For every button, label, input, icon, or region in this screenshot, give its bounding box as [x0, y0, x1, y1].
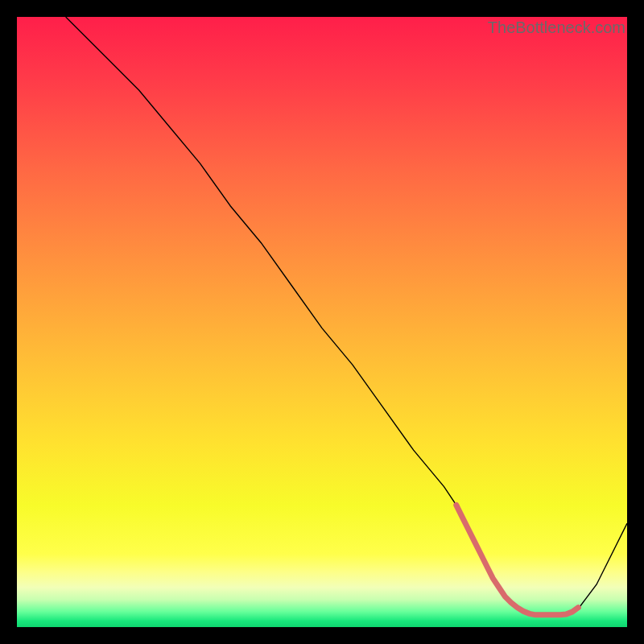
watermark-label: TheBottleneck.com: [488, 19, 625, 37]
chart-background: [17, 17, 627, 627]
bottleneck-chart: [17, 17, 627, 627]
chart-frame: TheBottleneck.com: [17, 17, 627, 627]
